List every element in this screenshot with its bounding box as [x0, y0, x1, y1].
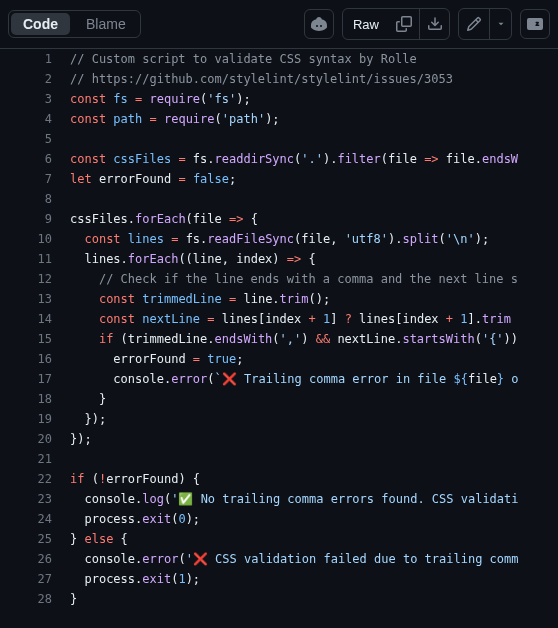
code-view[interactable]: 1// Custom script to validate CSS syntax…: [0, 48, 558, 609]
code-line[interactable]: 15 if (trimmedLine.endsWith(',') && next…: [0, 329, 558, 349]
line-content: // https://github.com/stylelint/stylelin…: [70, 69, 453, 89]
line-content: const trimmedLine = line.trim();: [70, 289, 330, 309]
raw-group: Raw: [342, 8, 450, 40]
line-content: }: [70, 589, 77, 609]
line-number[interactable]: 25: [0, 529, 70, 549]
code-line[interactable]: 22if (!errorFound) {: [0, 469, 558, 489]
line-content: }: [70, 389, 106, 409]
raw-button[interactable]: Raw: [343, 9, 389, 39]
line-number[interactable]: 7: [0, 169, 70, 189]
code-line[interactable]: 23 console.log('✅ No trailing comma erro…: [0, 489, 558, 509]
copy-button[interactable]: [389, 9, 419, 39]
edit-dropdown-button[interactable]: [489, 9, 511, 39]
line-content: });: [70, 429, 92, 449]
line-content: process.exit(1);: [70, 569, 200, 589]
code-line[interactable]: 11 lines.forEach((line, index) => {: [0, 249, 558, 269]
code-line[interactable]: 27 process.exit(1);: [0, 569, 558, 589]
code-line[interactable]: 2// https://github.com/stylelint/styleli…: [0, 69, 558, 89]
line-content: } else {: [70, 529, 128, 549]
line-number[interactable]: 28: [0, 589, 70, 609]
code-line[interactable]: 4const path = require('path');: [0, 109, 558, 129]
blame-tab[interactable]: Blame: [72, 11, 140, 37]
code-line[interactable]: 20});: [0, 429, 558, 449]
line-content: if (!errorFound) {: [70, 469, 200, 489]
edit-group: [458, 8, 512, 40]
line-number[interactable]: 23: [0, 489, 70, 509]
line-number[interactable]: 5: [0, 129, 70, 149]
code-line[interactable]: 28}: [0, 589, 558, 609]
line-number[interactable]: 12: [0, 269, 70, 289]
line-content: console.error(`❌ Trailing comma error in…: [70, 369, 519, 389]
copilot-icon: [311, 16, 327, 32]
line-number[interactable]: 11: [0, 249, 70, 269]
download-icon: [427, 16, 443, 32]
code-line[interactable]: 3const fs = require('fs');: [0, 89, 558, 109]
line-number[interactable]: 2: [0, 69, 70, 89]
code-line[interactable]: 6const cssFiles = fs.readdirSync('.').fi…: [0, 149, 558, 169]
code-line[interactable]: 24 process.exit(0);: [0, 509, 558, 529]
line-number[interactable]: 16: [0, 349, 70, 369]
line-content: // Check if the line ends with a comma a…: [70, 269, 518, 289]
code-tab[interactable]: Code: [11, 13, 70, 35]
pencil-icon: [466, 16, 482, 32]
line-content: let errorFound = false;: [70, 169, 236, 189]
line-number[interactable]: 3: [0, 89, 70, 109]
line-number[interactable]: 21: [0, 449, 70, 469]
code-line[interactable]: 7let errorFound = false;: [0, 169, 558, 189]
code-line[interactable]: 9cssFiles.forEach(file => {: [0, 209, 558, 229]
line-number[interactable]: 15: [0, 329, 70, 349]
line-number[interactable]: 9: [0, 209, 70, 229]
line-content: });: [70, 409, 106, 429]
line-number[interactable]: 19: [0, 409, 70, 429]
code-line[interactable]: 26 console.error('❌ CSS validation faile…: [0, 549, 558, 569]
line-content: const cssFiles = fs.readdirSync('.').fil…: [70, 149, 518, 169]
line-number[interactable]: 8: [0, 189, 70, 209]
code-line[interactable]: 8: [0, 189, 558, 209]
code-line[interactable]: 18 }: [0, 389, 558, 409]
line-number[interactable]: 26: [0, 549, 70, 569]
code-line[interactable]: 14 const nextLine = lines[index + 1] ? l…: [0, 309, 558, 329]
view-toggle: Code Blame: [8, 10, 141, 38]
line-number[interactable]: 22: [0, 469, 70, 489]
line-number[interactable]: 20: [0, 429, 70, 449]
line-number[interactable]: 10: [0, 229, 70, 249]
line-number[interactable]: 6: [0, 149, 70, 169]
edit-button[interactable]: [459, 9, 489, 39]
line-number[interactable]: 14: [0, 309, 70, 329]
line-content: // Custom script to validate CSS syntax …: [70, 49, 417, 69]
file-toolbar: Code Blame Raw: [0, 0, 558, 48]
line-content: console.log('✅ No trailing comma errors …: [70, 489, 519, 509]
caret-down-icon: [496, 19, 506, 29]
line-content: console.error('❌ CSS validation failed d…: [70, 549, 519, 569]
line-number[interactable]: 18: [0, 389, 70, 409]
line-number[interactable]: 24: [0, 509, 70, 529]
code-line[interactable]: 1// Custom script to validate CSS syntax…: [0, 49, 558, 69]
line-content: const lines = fs.readFileSync(file, 'utf…: [70, 229, 489, 249]
line-content: const fs = require('fs');: [70, 89, 251, 109]
line-number[interactable]: 17: [0, 369, 70, 389]
line-content: const nextLine = lines[index + 1] ? line…: [70, 309, 511, 329]
symbols-icon: [527, 16, 543, 32]
line-content: errorFound = true;: [70, 349, 243, 369]
copy-icon: [396, 16, 412, 32]
line-number[interactable]: 1: [0, 49, 70, 69]
code-line[interactable]: 5: [0, 129, 558, 149]
line-content: const path = require('path');: [70, 109, 280, 129]
code-line[interactable]: 21: [0, 449, 558, 469]
copilot-button[interactable]: [304, 9, 334, 39]
line-content: if (trimmedLine.endsWith(',') && nextLin…: [70, 329, 518, 349]
code-line[interactable]: 16 errorFound = true;: [0, 349, 558, 369]
code-line[interactable]: 12 // Check if the line ends with a comm…: [0, 269, 558, 289]
code-line[interactable]: 25} else {: [0, 529, 558, 549]
code-line[interactable]: 19 });: [0, 409, 558, 429]
download-button[interactable]: [419, 9, 449, 39]
line-content: lines.forEach((line, index) => {: [70, 249, 316, 269]
symbols-button[interactable]: [520, 9, 550, 39]
code-line[interactable]: 13 const trimmedLine = line.trim();: [0, 289, 558, 309]
line-number[interactable]: 13: [0, 289, 70, 309]
line-number[interactable]: 4: [0, 109, 70, 129]
line-number[interactable]: 27: [0, 569, 70, 589]
code-line[interactable]: 17 console.error(`❌ Trailing comma error…: [0, 369, 558, 389]
code-line[interactable]: 10 const lines = fs.readFileSync(file, '…: [0, 229, 558, 249]
line-content: process.exit(0);: [70, 509, 200, 529]
